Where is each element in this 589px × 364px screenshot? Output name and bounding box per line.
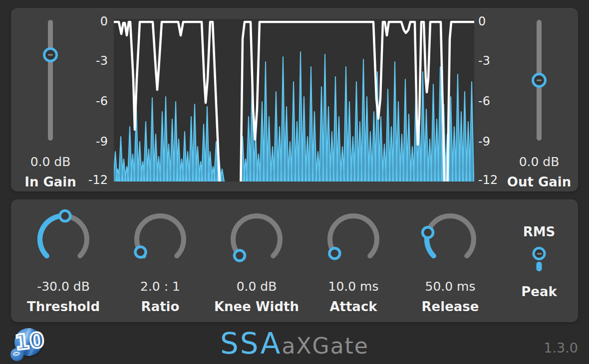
ratio-knob[interactable]: [130, 210, 190, 270]
detector-toggle-thumb[interactable]: [533, 247, 546, 260]
in-gain-slider[interactable]: [39, 8, 61, 168]
out-gain-label: Out Gain: [507, 176, 571, 188]
ratio-value: 2.0 : 1: [140, 280, 180, 293]
release-value: 50.0 ms: [425, 280, 476, 293]
in-gain-slider-track[interactable]: [48, 20, 53, 141]
tick-right-3: -3: [478, 55, 518, 67]
tick-left-9: -9: [71, 136, 108, 148]
thumb-dash-icon: [537, 253, 542, 254]
tick-left-3: -3: [71, 55, 108, 67]
attack-knob[interactable]: [323, 210, 383, 270]
tick-right-9: -9: [478, 136, 518, 148]
out-gain-slider[interactable]: [528, 8, 550, 168]
knee-width-label: Knee Width: [214, 300, 299, 313]
tick-right-0: 0: [478, 15, 518, 27]
release-label: Release: [422, 300, 479, 313]
tick-right-6: -6: [478, 95, 518, 107]
plugin-title: SSAaXGate: [220, 329, 369, 358]
company-logo: 10: [7, 324, 53, 364]
knee-width-knob[interactable]: [227, 210, 287, 270]
thumb-dash-icon: [48, 54, 53, 56]
logo-number: 10: [14, 330, 44, 354]
thumb-dash-icon: [537, 80, 542, 81]
plugin-window: 0.0 dB In Gain 0 -3 -6 -9 -12 0 -3 -6 -9…: [0, 0, 589, 364]
out-gain-slider-thumb[interactable]: [532, 73, 547, 88]
level-meter-display: [114, 19, 474, 182]
in-gain-slider-thumb[interactable]: [43, 47, 58, 62]
in-gain-label: In Gain: [24, 176, 76, 188]
tick-left-6: -6: [71, 95, 108, 107]
knee-width-value: 0.0 dB: [237, 280, 277, 293]
attack-value: 10.0 ms: [328, 280, 379, 293]
out-gain-value: 0.0 dB: [519, 156, 560, 168]
tick-left-0: 0: [71, 15, 108, 27]
attack-label: Attack: [329, 300, 377, 313]
version-label: 1.3.0: [544, 340, 578, 356]
meter-panel: 0.0 dB In Gain 0 -3 -6 -9 -12 0 -3 -6 -9…: [11, 8, 578, 191]
threshold-knob[interactable]: [33, 210, 93, 270]
tick-left-12: -12: [71, 174, 108, 186]
ratio-label: Ratio: [141, 300, 180, 313]
in-gain-value: 0.0 dB: [30, 156, 71, 168]
threshold-label: Threshold: [27, 300, 100, 313]
detector-toggle-track[interactable]: [537, 262, 542, 271]
product-name: aXGate: [282, 335, 369, 357]
brand-name: SSA: [220, 329, 282, 358]
controls-panel: -30.0 dB 2.0 : 1 0.0 dB 10.0 ms 50.0 ms …: [11, 199, 578, 322]
peak-label: Peak: [521, 285, 557, 298]
rms-label: RMS: [523, 225, 556, 238]
threshold-value: -30.0 dB: [37, 280, 90, 293]
release-knob[interactable]: [420, 210, 480, 270]
